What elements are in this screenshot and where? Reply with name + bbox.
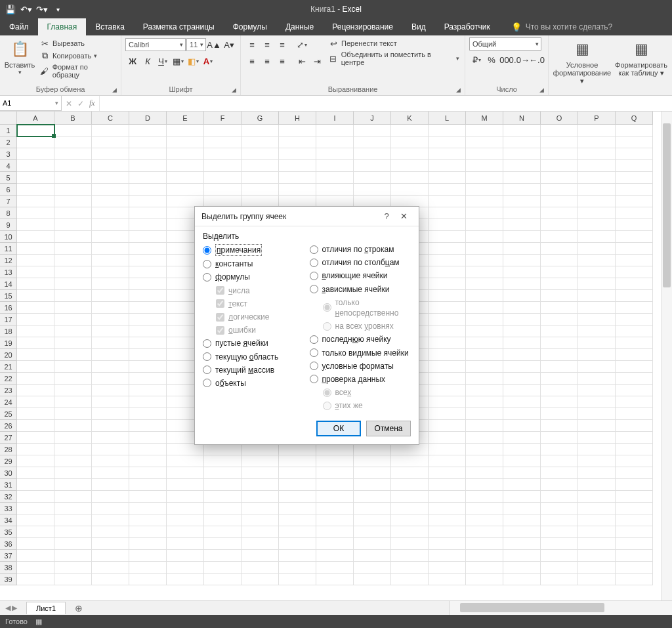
cell[interactable] xyxy=(242,455,279,467)
cell[interactable] xyxy=(541,408,578,420)
cell[interactable] xyxy=(54,349,92,361)
sheet-nav-prev-icon[interactable]: ◀ xyxy=(5,604,10,612)
cell[interactable] xyxy=(616,526,653,538)
cell[interactable] xyxy=(54,396,92,408)
cell[interactable] xyxy=(466,491,503,503)
cell[interactable] xyxy=(578,361,616,373)
cell[interactable] xyxy=(167,526,204,538)
bold-button[interactable]: Ж xyxy=(125,54,140,68)
cell[interactable] xyxy=(429,526,466,538)
cell[interactable] xyxy=(167,455,204,467)
cell[interactable] xyxy=(129,160,167,172)
save-icon[interactable]: 💾 xyxy=(5,4,16,14)
cell[interactable] xyxy=(578,574,616,585)
cell[interactable] xyxy=(167,550,204,562)
number-format-select[interactable]: Общий xyxy=(469,37,541,51)
cell[interactable] xyxy=(54,255,92,266)
cell[interactable] xyxy=(17,255,54,266)
cell[interactable] xyxy=(391,467,429,479)
cell[interactable] xyxy=(17,408,54,420)
cell[interactable] xyxy=(616,243,653,255)
align-top-icon[interactable]: ≡ xyxy=(245,37,259,52)
cell[interactable] xyxy=(391,526,429,538)
cell[interactable] xyxy=(541,266,578,278)
radio-last-cell[interactable]: последнюю ячейку xyxy=(310,333,411,345)
cell[interactable] xyxy=(541,184,578,196)
cell[interactable] xyxy=(204,491,242,503)
cell[interactable] xyxy=(54,562,92,574)
cell[interactable] xyxy=(316,491,354,503)
cell[interactable] xyxy=(541,479,578,491)
row-header[interactable]: 10 xyxy=(0,231,17,243)
cell[interactable] xyxy=(466,243,503,255)
cell[interactable] xyxy=(503,432,541,444)
cell[interactable] xyxy=(279,550,316,562)
select-all-corner[interactable] xyxy=(0,112,17,125)
cell[interactable] xyxy=(466,538,503,550)
cell[interactable] xyxy=(279,172,316,184)
cell[interactable] xyxy=(242,160,279,172)
radio-validation[interactable]: проверка данных xyxy=(310,373,411,385)
row-header[interactable]: 8 xyxy=(0,207,17,219)
cell[interactable] xyxy=(429,125,466,136)
cell[interactable] xyxy=(279,160,316,172)
cell[interactable] xyxy=(578,491,616,503)
row-header[interactable]: 4 xyxy=(0,160,17,172)
cell[interactable] xyxy=(279,538,316,550)
cell[interactable] xyxy=(17,467,54,479)
cell[interactable] xyxy=(54,526,92,538)
cell[interactable] xyxy=(17,125,54,136)
cell[interactable] xyxy=(54,196,92,207)
cell[interactable] xyxy=(17,219,54,231)
cell[interactable] xyxy=(316,172,354,184)
cell[interactable] xyxy=(391,160,429,172)
cell[interactable] xyxy=(279,455,316,467)
cell[interactable] xyxy=(167,136,204,148)
cell[interactable] xyxy=(541,125,578,136)
sheet-tab[interactable]: Лист1 xyxy=(26,602,66,614)
cell[interactable] xyxy=(204,526,242,538)
sheet-nav-next-icon[interactable]: ▶ xyxy=(12,604,17,612)
cell[interactable] xyxy=(541,503,578,514)
cell[interactable] xyxy=(466,255,503,266)
cell[interactable] xyxy=(391,550,429,562)
cell[interactable] xyxy=(578,278,616,290)
cell[interactable] xyxy=(578,444,616,455)
cell[interactable] xyxy=(204,148,242,160)
cell[interactable] xyxy=(54,479,92,491)
cell[interactable] xyxy=(503,231,541,243)
cell[interactable] xyxy=(616,255,653,266)
dialog-launcher-icon[interactable]: ◢ xyxy=(232,87,236,93)
cell[interactable] xyxy=(616,314,653,325)
cell[interactable] xyxy=(129,243,167,255)
cell[interactable] xyxy=(503,148,541,160)
cell[interactable] xyxy=(17,562,54,574)
cell[interactable] xyxy=(129,266,167,278)
cell[interactable] xyxy=(54,231,92,243)
cell[interactable] xyxy=(92,444,129,455)
cell[interactable] xyxy=(204,514,242,526)
cell[interactable] xyxy=(316,160,354,172)
cell[interactable] xyxy=(466,514,503,526)
cell[interactable] xyxy=(541,396,578,408)
cell[interactable] xyxy=(541,526,578,538)
name-box[interactable]: A1 xyxy=(0,96,62,111)
cell[interactable] xyxy=(17,479,54,491)
cell[interactable] xyxy=(616,337,653,349)
cell[interactable] xyxy=(242,467,279,479)
cell[interactable] xyxy=(92,196,129,207)
ribbon-tab-разработчик[interactable]: Разработчик xyxy=(435,18,499,35)
cell[interactable] xyxy=(503,444,541,455)
cell[interactable] xyxy=(316,503,354,514)
cell[interactable] xyxy=(242,184,279,196)
cell[interactable] xyxy=(616,361,653,373)
qat-customize-icon[interactable]: ▾ xyxy=(52,4,63,14)
row-header[interactable]: 3 xyxy=(0,148,17,160)
cell[interactable] xyxy=(503,385,541,396)
cell[interactable] xyxy=(541,255,578,266)
cell[interactable] xyxy=(54,361,92,373)
cell[interactable] xyxy=(204,172,242,184)
cell[interactable] xyxy=(54,420,92,432)
cell[interactable] xyxy=(354,526,391,538)
cell[interactable] xyxy=(503,160,541,172)
